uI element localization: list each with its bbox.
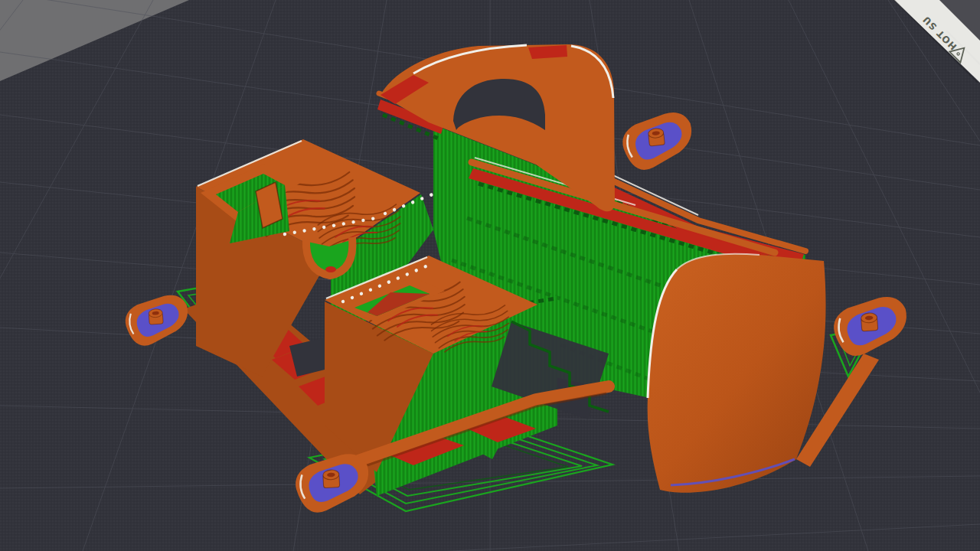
- slicer-3d-viewport[interactable]: HOT SU: [0, 0, 980, 551]
